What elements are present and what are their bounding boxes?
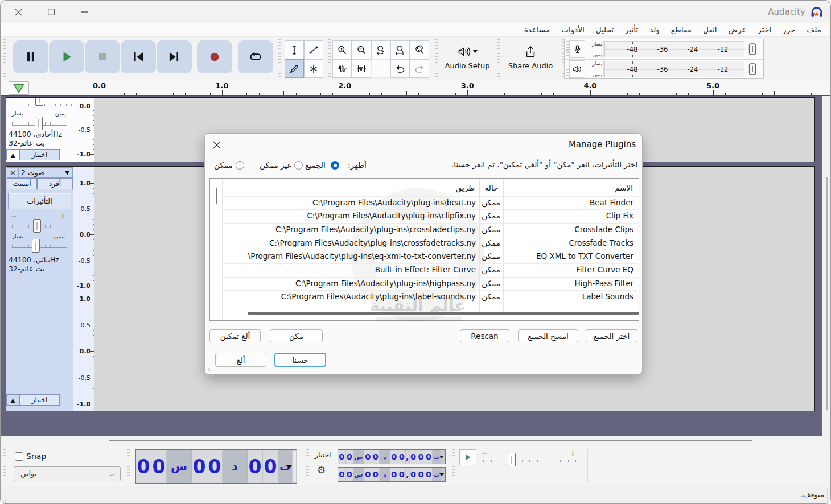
track-2-effects-button[interactable]: التأثيرات [8, 193, 71, 209]
track-2-close-button[interactable]: × [7, 167, 19, 178]
filter-label-0[interactable]: ممكن [214, 160, 233, 170]
table-row-7[interactable]: Label SoundsممكنC:\Program Files\Audacit… [223, 290, 639, 304]
loop-button[interactable] [238, 40, 273, 73]
enable-button[interactable]: مكن [270, 329, 323, 342]
close-window-button[interactable] [5, 1, 31, 23]
track-2-panel[interactable]: ×صوت 2▼أصمتأفردالتأثيرات−+يساريمينثنائي،… [6, 167, 73, 411]
menu-item-9[interactable]: الأدوات [556, 23, 590, 37]
playback-meter-bar[interactable]: -48-36-24-12 [604, 61, 744, 77]
stop-button[interactable] [85, 40, 120, 73]
cancel-button[interactable]: ألغ [215, 353, 266, 367]
time-digit[interactable]: 0 [364, 450, 372, 464]
column-header-name[interactable]: الاسم [615, 183, 633, 192]
filter-label-2[interactable]: الجميع [305, 160, 326, 170]
toolbar-grip[interactable] [497, 39, 500, 77]
track-2-mute-button[interactable]: أصمت [7, 178, 37, 189]
record-volume-slider[interactable] [746, 42, 759, 56]
toolbar-grip[interactable] [435, 39, 438, 77]
timeline-ruler[interactable]: 0.01.02.03.04.05.0 [1, 80, 831, 96]
disable-button[interactable]: ألغ تمكين [209, 329, 261, 342]
time-digit[interactable]: 0 [248, 450, 263, 483]
vertical-scrollbar-thumb[interactable] [826, 177, 828, 410]
table-vertical-scrollbar-thumb[interactable] [216, 188, 217, 204]
dialog-close-button[interactable] [211, 139, 223, 151]
pause-button[interactable] [13, 40, 48, 73]
bottom-toolbar-grip[interactable] [3, 449, 6, 482]
playback-meter-button[interactable] [569, 60, 585, 78]
audio-setup-button[interactable]: Audio Setup [442, 40, 492, 75]
table-row-4[interactable]: EQ XML to TXT Converterممكن\Program File… [223, 250, 639, 263]
time-digit[interactable]: , [406, 468, 410, 481]
column-header-path[interactable]: طريق [456, 183, 475, 192]
horizontal-scrollbar-thumb[interactable] [109, 440, 752, 441]
time-digit[interactable]: 0 [425, 468, 433, 481]
skip-start-button[interactable] [121, 40, 156, 73]
menu-item-10[interactable]: مساعدة [519, 23, 556, 37]
table-row-2[interactable]: Crossfade ClipsممكنC:\Program Files\Auda… [223, 223, 639, 237]
toolbar-grip[interactable] [3, 39, 6, 77]
time-digit[interactable]: 0 [372, 468, 380, 481]
horizontal-scrollbar[interactable] [1, 436, 831, 446]
redo-button[interactable] [410, 59, 429, 78]
filter-radio-0[interactable] [236, 161, 244, 170]
vertical-scrollbar[interactable] [822, 96, 831, 436]
table-row-1[interactable]: Clip FixممكنC:\Program Files\Audacity\pl… [223, 209, 639, 223]
select-all-button[interactable]: اختر الجميع [586, 329, 637, 342]
zoom-in-button[interactable] [332, 40, 352, 59]
table-horizontal-scrollbar-thumb[interactable] [248, 312, 639, 315]
share-audio-button[interactable]: Share Audio [505, 40, 556, 75]
time-digit[interactable]: 0 [410, 468, 418, 481]
time-digit[interactable]: 0 [425, 450, 433, 464]
selection-tool-button[interactable] [285, 40, 304, 59]
record-meter-grip[interactable] [566, 41, 569, 57]
envelope-tool-button[interactable] [304, 40, 323, 59]
table-row-6[interactable]: High-Pass FilterممكنC:\Program Files\Aud… [223, 277, 639, 291]
menu-item-2[interactable]: اختر [752, 23, 777, 37]
menu-item-7[interactable]: تأثير [619, 23, 644, 37]
time-digit[interactable]: 0 [410, 450, 418, 464]
zoom-toggle-button[interactable] [410, 40, 429, 59]
toolbar-grip[interactable] [328, 39, 331, 77]
ok-button[interactable]: حسنا [274, 353, 326, 367]
bottom-toolbar-grip[interactable] [452, 449, 455, 482]
track-2-name-box[interactable]: صوت 2▼ [19, 167, 73, 178]
track-2-gain-slider-handle[interactable] [33, 219, 41, 233]
table-row-5[interactable]: Filter Curve EQممكنBuilt-in Effect: Filt… [223, 263, 639, 277]
multi-tool-button[interactable] [304, 59, 323, 78]
time-digit[interactable]: 0 [346, 468, 354, 481]
table-row-0[interactable]: Beat FinderممكنC:\Program Files\Audacity… [223, 196, 639, 210]
play-button[interactable] [49, 40, 84, 73]
zoom-project-button[interactable] [390, 40, 410, 59]
bottom-toolbar-grip[interactable] [127, 449, 130, 482]
time-display-spin-strip[interactable] [293, 451, 296, 482]
playback-meter-grip[interactable] [566, 61, 569, 77]
track-2-solo-button[interactable]: أفرد [37, 178, 73, 189]
time-digit[interactable]: 0 [151, 450, 167, 483]
track-1-panel[interactable]: يساريمينأحادي، 44100Hz32-بت عائماختيار▲ [6, 98, 73, 162]
track-2-collapse-button[interactable]: ▲ [6, 394, 19, 406]
draw-tool-button[interactable] [285, 59, 304, 78]
selection-settings-gear-icon[interactable]: ⚙ [317, 464, 326, 476]
toolbar-grip[interactable] [278, 39, 281, 77]
table-row-3[interactable]: Crossfade TracksممكنC:\Program Files\Aud… [223, 237, 639, 250]
silence-button[interactable] [352, 59, 371, 78]
filter-radio-2-selected[interactable] [331, 161, 339, 170]
time-digit[interactable]: 0 [207, 450, 223, 483]
time-digit[interactable]: , [406, 450, 410, 464]
time-digit[interactable]: 0 [136, 450, 151, 483]
menu-item-3[interactable]: عرض [723, 23, 752, 37]
track-1-select-button[interactable]: اختيار [19, 149, 60, 160]
audio-position-display[interactable]: 00س00د00ث [135, 449, 297, 484]
time-display-caret-icon[interactable] [286, 465, 292, 469]
time-display-caret-icon[interactable] [439, 473, 444, 476]
menu-item-5[interactable]: مقاطع [665, 23, 697, 37]
skip-end-button[interactable] [157, 40, 192, 73]
menu-item-1[interactable]: حرر [777, 23, 801, 37]
time-digit[interactable]: 0 [417, 468, 425, 481]
track-2-name[interactable]: صوت 2 [21, 168, 44, 177]
menu-item-8[interactable]: تحليل [590, 23, 619, 37]
plugins-table[interactable]: عالم التقنية الاسمحالةطريقBeat Finderممك… [209, 178, 639, 321]
filter-radio-1[interactable] [294, 161, 303, 170]
pinned-play-head-button[interactable] [9, 81, 29, 95]
track-1-gain-slider-handle[interactable] [35, 98, 43, 106]
